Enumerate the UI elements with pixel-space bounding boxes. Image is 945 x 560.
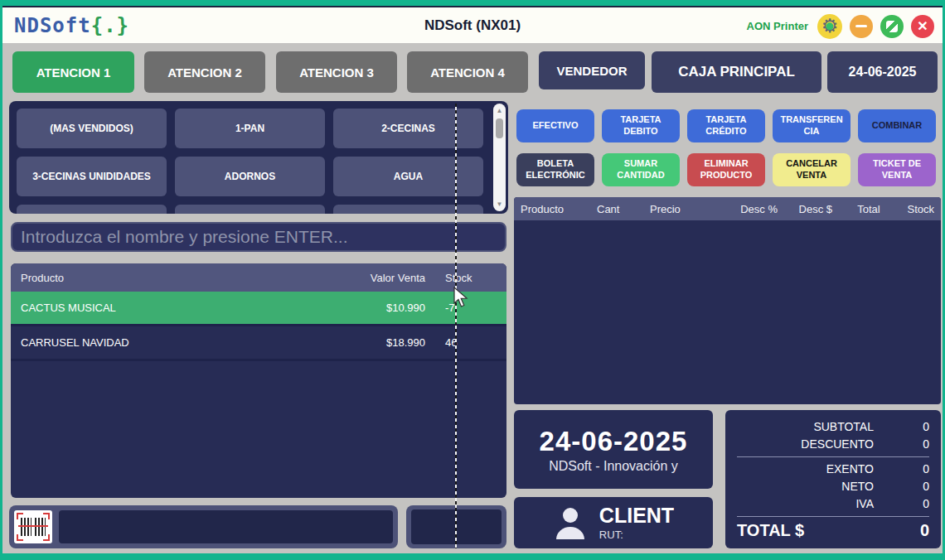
category-button-mas-vendidos[interactable]: (MAS VENDIDOS) [17, 109, 167, 148]
category-button-pan[interactable]: 1-PAN [175, 109, 325, 148]
brand-tagline: NDSoft - Innovación y [549, 459, 678, 474]
combinar-button[interactable]: COMBINAR [858, 109, 936, 142]
subtotal-value: 0 [874, 420, 929, 433]
scrollbar-down-arrow[interactable]: ▼ [493, 200, 506, 208]
total-row-exento: EXENTO 0 [737, 461, 929, 478]
category-button-partial[interactable] [17, 205, 167, 214]
total-row-final: TOTAL $ 0 [737, 520, 929, 542]
sale-header-desc-amt: Desc $ [778, 203, 832, 215]
efectivo-button[interactable]: EFECTIVO [516, 109, 594, 142]
category-panel: (MAS VENDIDOS) 1-PAN 2-CECINAS 3-CECINAS… [9, 101, 508, 214]
subtotal-label: SUBTOTAL [737, 420, 874, 433]
close-icon: ✕ [917, 20, 928, 33]
category-button-cecinas-unididades[interactable]: 3-CECINAS UNIDIDADES [17, 157, 167, 196]
table-row[interactable]: CARRUSEL NAVIDAD $18.990 46 [11, 326, 506, 361]
tab-atencion-2[interactable]: ATENCION 2 [144, 51, 265, 93]
category-button-agua[interactable]: AGUA [333, 157, 483, 196]
printer-status-label: AON Printer [747, 20, 808, 32]
category-grid: (MAS VENDIDOS) 1-PAN 2-CECINAS 3-CECINAS… [17, 109, 483, 214]
product-stock: 46 [425, 336, 497, 349]
quantity-input[interactable] [411, 509, 502, 544]
neto-label: NETO [737, 480, 874, 493]
app-window: NDSoft{.} NDSoft (NX01) AON Printer ⚙ ✕ … [0, 0, 945, 560]
sale-header-cant: Cant [597, 203, 650, 215]
total-row-iva: IVA 0 [737, 495, 929, 513]
total-row-neto: NETO 0 [737, 478, 929, 495]
barcode-icon [14, 510, 52, 543]
titlebar-controls: AON Printer ⚙ ✕ [747, 7, 934, 45]
scrollbar-thumb[interactable] [496, 118, 503, 138]
exento-value: 0 [874, 462, 929, 476]
boleta-electronica-button[interactable]: BOLETA ELECTRÓNIC [516, 153, 594, 186]
client-rut-label: RUT: [599, 529, 674, 541]
header-producto: Producto [21, 272, 326, 284]
person-icon [553, 506, 588, 539]
product-price: $10.990 [326, 302, 425, 314]
maximize-button[interactable] [880, 15, 904, 38]
minimize-icon [855, 25, 867, 27]
app-logo: NDSoft{.} [14, 14, 129, 37]
category-button-partial[interactable] [175, 205, 325, 214]
sale-header-producto: Producto [521, 203, 597, 215]
sale-header-precio: Precio [650, 203, 726, 215]
category-button-cecinas[interactable]: 2-CECINAS [333, 109, 483, 148]
barcode-input[interactable] [59, 510, 393, 543]
window-bottom-border [2, 553, 943, 560]
ticket-de-venta-button[interactable]: TICKET DE VENTA [858, 153, 936, 186]
sale-items-table: Producto Cant Precio Desc % Desc $ Total… [514, 197, 941, 404]
product-search-input[interactable] [21, 227, 497, 247]
quantity-panel [406, 505, 506, 548]
tab-atencion-4[interactable]: ATENCION 4 [407, 51, 528, 93]
sale-header-total: Total [832, 203, 905, 215]
descuento-label: DESCUENTO [737, 437, 874, 451]
title-bar: NDSoft{.} NDSoft (NX01) AON Printer ⚙ ✕ [2, 6, 943, 43]
logo-suffix: {.} [91, 14, 129, 37]
tab-atencion-3[interactable]: ATENCION 3 [276, 51, 397, 93]
total-row-descuento: DESCUENTO 0 [737, 436, 929, 453]
minimize-button[interactable] [850, 15, 873, 38]
exento-label: EXENTO [737, 462, 874, 476]
tab-date[interactable]: 24-06-2025 [827, 51, 938, 93]
maximize-icon [886, 21, 898, 32]
client-info: CLIENT RUT: [599, 505, 674, 541]
sale-header-desc-pct: Desc % [726, 203, 778, 215]
descuento-value: 0 [874, 437, 929, 451]
category-scrollbar[interactable]: ▲ ▼ [493, 104, 506, 211]
product-name: CACTUS MUSICAL [21, 302, 326, 314]
totals-divider [737, 456, 929, 457]
category-button-adornos[interactable]: ADORNOS [175, 157, 325, 196]
tab-atencion-1[interactable]: ATENCION 1 [12, 51, 134, 93]
total-value: 0 [804, 521, 929, 540]
category-button-partial[interactable] [333, 205, 483, 214]
product-price: $18.990 [326, 336, 425, 349]
total-row-subtotal: SUBTOTAL 0 [737, 418, 929, 436]
logo-text: NDSoft [14, 14, 91, 37]
product-name: CARRUSEL NAVIDAD [21, 336, 326, 349]
tab-caja-principal[interactable]: CAJA PRINCIPAL [652, 51, 821, 93]
close-button[interactable]: ✕ [911, 15, 934, 38]
tab-vendedor[interactable]: VENDEDOR [539, 51, 645, 89]
table-row[interactable]: CACTUS MUSICAL $10.990 -7 [11, 292, 506, 326]
sumar-cantidad-button[interactable]: SUMAR CANTIDAD [602, 153, 680, 186]
date-panel: 24-06-2025 NDSoft - Innovación y [514, 410, 713, 489]
sale-header-stock: Stock [905, 203, 934, 215]
client-panel[interactable]: CLIENT RUT: [514, 497, 713, 548]
totals-panel: SUBTOTAL 0 DESCUENTO 0 EXENTO 0 NETO 0 I… [725, 410, 941, 548]
neto-value: 0 [874, 480, 929, 493]
scrollbar-up-arrow[interactable]: ▲ [493, 107, 506, 114]
transferencia-button[interactable]: TRANSFEREN CIA [773, 109, 850, 142]
window-top-border [2, 0, 943, 6]
tarjeta-debito-button[interactable]: TARJETA DEBITO [602, 109, 680, 142]
totals-divider [737, 516, 929, 517]
product-table: Producto Valor Venta Stock CACTUS MUSICA… [11, 263, 506, 498]
header-stock: Stock [425, 272, 497, 284]
tarjeta-credito-button[interactable]: TARJETA CRÉDITO [687, 109, 765, 142]
sale-table-header: Producto Cant Precio Desc % Desc $ Total… [514, 197, 941, 220]
barcode-scan-panel [9, 505, 398, 548]
settings-button[interactable]: ⚙ [817, 14, 842, 39]
iva-label: IVA [737, 497, 874, 510]
product-search-container [11, 222, 506, 252]
eliminar-producto-button[interactable]: ELIMINAR PRODUCTO [687, 153, 765, 186]
header-valor-venta: Valor Venta [326, 272, 425, 284]
cancelar-venta-button[interactable]: CANCELAR VENTA [773, 153, 850, 186]
